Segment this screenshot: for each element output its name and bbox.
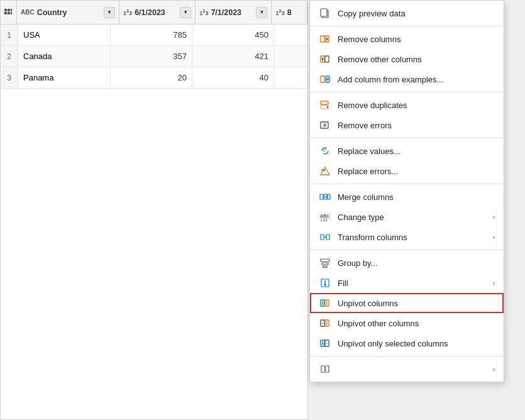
col-type-icon-date2: 123	[199, 8, 208, 16]
fill-arrow: ›	[493, 280, 495, 287]
merge-columns-icon	[319, 191, 331, 203]
unpivot-only-selected-icon	[319, 337, 331, 350]
menu-item-remove-duplicates[interactable]: Remove duplicates	[310, 95, 504, 115]
menu-item-copy-preview[interactable]: Copy preview data	[310, 3, 504, 23]
svg-rect-5	[11, 12, 12, 14]
svg-rect-7	[321, 9, 327, 16]
menu-item-merge-columns[interactable]: Merge columns	[310, 187, 504, 207]
move-arrow: ›	[493, 366, 495, 373]
cell-country-1: USA	[18, 25, 111, 45]
divider-4	[310, 184, 504, 184]
menu-item-fill[interactable]: Fill ›	[310, 273, 504, 293]
svg-marker-45	[324, 284, 327, 286]
menu-item-replace-errors[interactable]: ! Replace errors...	[310, 161, 504, 181]
menu-item-transform-columns[interactable]: Transform columns ›	[310, 227, 504, 247]
add-column-examples-label: Add column from examples...	[338, 75, 495, 84]
unpivot-columns-label: Unpivot columns	[338, 299, 495, 308]
group-by-label: Group by...	[338, 258, 495, 268]
cell-v1-3: 20	[111, 67, 192, 88]
svg-rect-56	[325, 340, 329, 346]
col-dropdown-date1[interactable]: ▼	[180, 7, 191, 18]
unpivot-other-columns-label: Unpivot other columns	[338, 319, 495, 328]
change-type-icon: ABC 123	[319, 211, 331, 223]
menu-item-move[interactable]: ›	[310, 359, 504, 379]
remove-errors-icon	[319, 119, 331, 131]
transform-columns-label: Transform columns	[338, 233, 487, 242]
menu-item-unpivot-only-selected[interactable]: Unpivot only selected columns	[310, 333, 504, 353]
merge-columns-label: Merge columns	[338, 192, 495, 202]
menu-item-unpivot-columns[interactable]: Unpivot columns	[310, 293, 504, 313]
menu-item-replace-values[interactable]: 1 2 Replace values...	[310, 141, 504, 161]
transform-columns-arrow: ›	[493, 234, 495, 241]
change-type-arrow: ›	[493, 214, 495, 221]
table-row: 2 Canada 357 421	[1, 46, 307, 67]
svg-text:123: 123	[320, 218, 328, 222]
group-by-icon	[319, 257, 331, 269]
replace-values-label: Replace values...	[338, 146, 495, 156]
col-type-icon-country: ABC	[21, 9, 35, 16]
col-label-date3: 8	[287, 8, 303, 17]
svg-marker-62	[324, 370, 326, 372]
svg-rect-1	[8, 9, 10, 11]
change-type-label: Change type	[338, 213, 487, 222]
table-body: 1 USA 785 450 2 Canada 357 421 3 Panama …	[1, 25, 307, 89]
svg-rect-16	[321, 76, 324, 82]
menu-item-change-type[interactable]: ABC 123 Change type ›	[310, 207, 504, 227]
remove-other-columns-icon	[319, 53, 331, 65]
col-header-date2: 123 7/1/2023 ▼	[196, 1, 272, 24]
row-number-2: 2	[1, 46, 18, 67]
fill-label: Fill	[338, 279, 487, 288]
context-menu: Copy preview data Remove columns Remove …	[309, 0, 504, 382]
table-header: ABC Country ▼ 123 6/1/2023 ▼ 123 7/1/202…	[1, 1, 307, 25]
menu-item-remove-other-columns[interactable]: Remove other columns	[310, 49, 504, 69]
menu-item-unpivot-other-columns[interactable]: Unpivot other columns	[310, 313, 504, 333]
col-dropdown-date2[interactable]: ▼	[256, 7, 267, 18]
menu-item-group-by[interactable]: Group by...	[310, 253, 504, 273]
svg-rect-36	[321, 235, 324, 240]
svg-marker-61	[324, 367, 326, 368]
cell-country-3: Panama	[18, 67, 111, 88]
table-row: 1 USA 785 450	[1, 25, 307, 46]
svg-rect-41	[322, 263, 328, 265]
svg-rect-2	[11, 9, 12, 11]
col-type-icon-date3: 123	[275, 8, 284, 16]
cell-v2-3: 40	[192, 67, 274, 88]
row-num-header	[1, 1, 17, 24]
svg-rect-42	[323, 266, 327, 268]
replace-errors-label: Replace errors...	[338, 167, 495, 176]
move-icon	[319, 363, 331, 375]
menu-item-remove-columns[interactable]: Remove columns	[310, 29, 504, 49]
remove-columns-icon	[319, 33, 331, 45]
grid-icon	[4, 8, 13, 17]
col-header-date3: 123 8	[272, 1, 307, 24]
remove-columns-label: Remove columns	[338, 35, 495, 44]
svg-rect-3	[4, 12, 7, 14]
col-label-country: Country	[37, 8, 101, 17]
svg-text:2: 2	[324, 148, 326, 152]
cell-v2-1: 450	[192, 25, 274, 45]
row-number-3: 3	[1, 67, 18, 88]
col-type-icon-date1: 123	[123, 8, 132, 16]
table-row: 3 Panama 20 40	[1, 67, 307, 89]
replace-values-icon: 1 2	[319, 145, 331, 157]
copy-preview-label: Copy preview data	[338, 9, 495, 18]
menu-item-add-column-examples[interactable]: Add column from examples...	[310, 69, 504, 89]
copy-preview-icon	[319, 7, 331, 19]
divider-5	[310, 250, 504, 250]
svg-rect-0	[4, 9, 7, 11]
col-header-date1: 123 6/1/2023 ▼	[119, 1, 196, 24]
fill-icon	[319, 277, 331, 289]
cell-country-2: Canada	[18, 46, 111, 67]
menu-item-remove-errors[interactable]: Remove errors	[310, 115, 504, 135]
cell-v2-2: 421	[192, 46, 274, 67]
col-dropdown-country[interactable]: ▼	[104, 7, 115, 18]
svg-rect-20	[321, 101, 328, 104]
divider-2	[310, 92, 504, 92]
col-label-date2: 7/1/2023	[211, 8, 253, 17]
transform-columns-icon	[319, 231, 331, 243]
svg-rect-40	[321, 259, 329, 262]
svg-rect-30	[320, 194, 323, 199]
svg-rect-4	[8, 12, 10, 14]
cell-v1-2: 357	[111, 46, 192, 67]
col-header-country: ABC Country ▼	[17, 1, 119, 24]
